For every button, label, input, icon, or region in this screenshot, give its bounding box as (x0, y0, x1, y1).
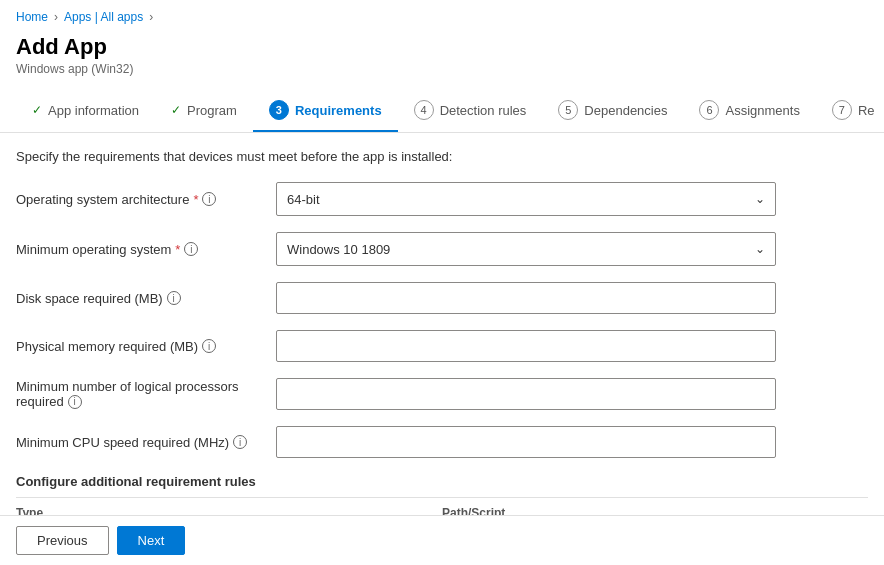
tab-review-label: Re (858, 103, 875, 118)
form-row-logical-processors: Minimum number of logical processors req… (16, 378, 868, 410)
os-architecture-display[interactable]: 64-bit ⌄ (277, 183, 775, 215)
step-num-review: 7 (832, 100, 852, 120)
check-icon-app-information: ✓ (32, 103, 42, 117)
additional-rules-title: Configure additional requirement rules (16, 474, 868, 489)
disk-space-control (276, 282, 776, 314)
tab-detection-rules-label: Detection rules (440, 103, 527, 118)
disk-space-input[interactable] (276, 282, 776, 314)
tab-assignments[interactable]: 6 Assignments (683, 90, 815, 133)
minimum-os-value: Windows 10 1809 (287, 242, 390, 257)
tab-detection-rules[interactable]: 4 Detection rules (398, 90, 543, 133)
form-row-disk-space: Disk space required (MB) i (16, 282, 868, 314)
chevron-down-icon: ⌄ (755, 192, 765, 206)
breadcrumb-apps[interactable]: Apps | All apps (64, 10, 143, 24)
description-text: Specify the requirements that devices mu… (16, 149, 868, 164)
tab-review[interactable]: 7 Re (816, 90, 884, 133)
physical-memory-input[interactable] (276, 330, 776, 362)
minimum-os-label: Minimum operating system * i (16, 242, 276, 257)
next-button[interactable]: Next (117, 526, 186, 528)
minimum-os-info-icon[interactable]: i (184, 242, 198, 256)
tab-assignments-label: Assignments (725, 103, 799, 118)
logical-processors-input[interactable] (276, 378, 776, 410)
previous-button[interactable]: Previous (16, 526, 109, 528)
tab-dependencies[interactable]: 5 Dependencies (542, 90, 683, 133)
tab-requirements[interactable]: 3 Requirements (253, 90, 398, 133)
cpu-speed-control (276, 426, 776, 458)
os-architecture-control: 64-bit ⌄ (276, 182, 776, 216)
footer: Previous Next (0, 515, 884, 528)
minimum-os-required: * (175, 242, 180, 257)
cpu-speed-label: Minimum CPU speed required (MHz) i (16, 435, 276, 450)
disk-space-label: Disk space required (MB) i (16, 291, 276, 306)
minimum-os-control: Windows 10 1809 ⌄ (276, 232, 776, 266)
main-content: Specify the requirements that devices mu… (0, 133, 884, 528)
breadcrumb: Home › Apps | All apps › (0, 0, 884, 30)
form-row-os-architecture: Operating system architecture * i 64-bit… (16, 182, 868, 216)
logical-processors-label: Minimum number of logical processors req… (16, 379, 276, 409)
form-row-physical-memory: Physical memory required (MB) i (16, 330, 868, 362)
tab-dependencies-label: Dependencies (584, 103, 667, 118)
step-num-assignments: 6 (699, 100, 719, 120)
step-num-dependencies: 5 (558, 100, 578, 120)
os-architecture-select[interactable]: 64-bit ⌄ (276, 182, 776, 216)
os-architecture-label: Operating system architecture * i (16, 192, 276, 207)
minimum-os-select[interactable]: Windows 10 1809 ⌄ (276, 232, 776, 266)
os-architecture-info-icon[interactable]: i (202, 192, 216, 206)
tab-program[interactable]: ✓ Program (155, 93, 253, 131)
step-num-requirements: 3 (269, 100, 289, 120)
physical-memory-info-icon[interactable]: i (202, 339, 216, 353)
page-title: Add App (16, 34, 868, 60)
cpu-speed-info-icon[interactable]: i (233, 435, 247, 449)
cpu-speed-input[interactable] (276, 426, 776, 458)
os-architecture-required: * (193, 192, 198, 207)
minimum-os-display[interactable]: Windows 10 1809 ⌄ (277, 233, 775, 265)
physical-memory-label: Physical memory required (MB) i (16, 339, 276, 354)
step-num-detection-rules: 4 (414, 100, 434, 120)
physical-memory-control (276, 330, 776, 362)
tabs-bar: ✓ App information ✓ Program 3 Requiremen… (0, 90, 884, 133)
tab-app-information[interactable]: ✓ App information (16, 93, 155, 131)
tab-program-label: Program (187, 103, 237, 118)
logical-processors-control (276, 378, 776, 410)
breadcrumb-home[interactable]: Home (16, 10, 48, 24)
tab-app-information-label: App information (48, 103, 139, 118)
os-architecture-value: 64-bit (287, 192, 320, 207)
form-row-cpu-speed: Minimum CPU speed required (MHz) i (16, 426, 868, 458)
page-subtitle: Windows app (Win32) (16, 62, 868, 76)
logical-processors-info-icon[interactable]: i (68, 395, 82, 409)
check-icon-program: ✓ (171, 103, 181, 117)
page-header: Add App Windows app (Win32) (0, 30, 884, 90)
disk-space-info-icon[interactable]: i (167, 291, 181, 305)
form-row-minimum-os: Minimum operating system * i Windows 10 … (16, 232, 868, 266)
tab-requirements-label: Requirements (295, 103, 382, 118)
chevron-down-icon-2: ⌄ (755, 242, 765, 256)
